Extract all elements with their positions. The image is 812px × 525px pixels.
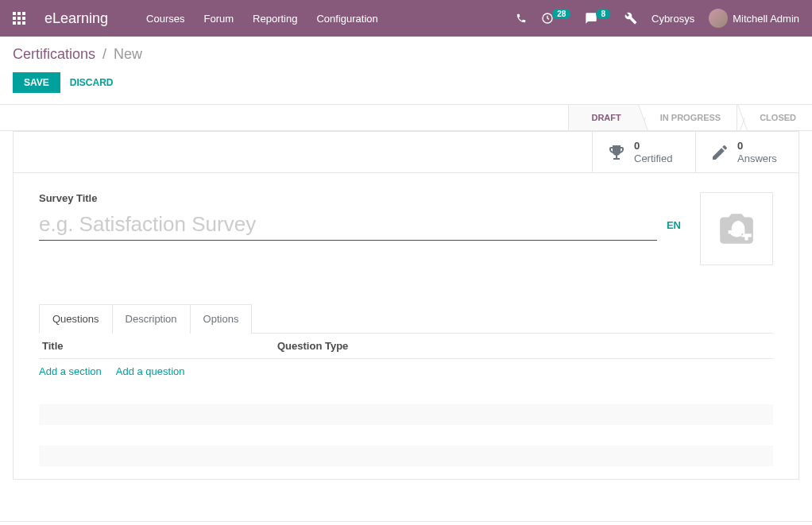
table-actions: Add a section Add a question: [39, 359, 773, 384]
app-brand[interactable]: eLearning: [44, 10, 108, 27]
chat-badge: 8: [596, 9, 610, 19]
trophy-icon: [607, 143, 626, 162]
apps-icon[interactable]: [13, 12, 25, 25]
add-section-link[interactable]: Add a section: [39, 365, 102, 377]
stat-certified[interactable]: 0 Certified: [592, 132, 695, 172]
edit-icon: [710, 143, 729, 162]
activity-icon[interactable]: 28: [541, 12, 570, 25]
stat-answers-label: Answers: [737, 152, 777, 165]
breadcrumb-parent[interactable]: Certifications: [13, 46, 95, 62]
topbar: eLearning Courses Forum Reporting Config…: [0, 0, 812, 37]
chat-icon[interactable]: 8: [585, 12, 610, 25]
action-buttons: SAVE DISCARD: [0, 66, 812, 104]
main-nav: Courses Forum Reporting Configuration: [146, 13, 378, 25]
content-scroll[interactable]: 0 Certified 0 Answers Survey Title EN: [0, 131, 812, 521]
stat-certified-label: Certified: [634, 152, 672, 165]
col-title: Title: [39, 340, 277, 352]
camera-plus-icon: [713, 209, 760, 249]
tab-description[interactable]: Description: [113, 304, 191, 334]
tabs: Questions Description Options: [39, 303, 773, 333]
chatter: Send message Log note Schedule activity …: [0, 521, 812, 525]
stat-answers[interactable]: 0 Answers: [695, 132, 798, 172]
status-in-progress[interactable]: IN PROGRESS: [637, 105, 737, 130]
breadcrumb-current: New: [114, 46, 142, 62]
topbar-right: 28 8 Cybrosys Mitchell Admin: [516, 9, 799, 28]
company-switcher[interactable]: Cybrosys: [652, 13, 694, 25]
status-draft[interactable]: DRAFT: [568, 105, 636, 130]
discard-button[interactable]: DISCARD: [67, 72, 117, 93]
stat-buttons: 0 Certified 0 Answers: [14, 132, 798, 173]
status-bar: DRAFT IN PROGRESS CLOSED: [0, 104, 812, 131]
image-uploader[interactable]: [700, 192, 773, 265]
breadcrumb: Certifications / New: [13, 46, 799, 63]
tab-questions[interactable]: Questions: [39, 304, 113, 334]
stat-certified-count: 0: [634, 140, 672, 152]
user-menu[interactable]: Mitchell Admin: [709, 9, 799, 28]
add-question-link[interactable]: Add a question: [116, 365, 185, 377]
table-header: Title Question Type: [39, 334, 773, 359]
tabs-area: Questions Description Options Title Ques…: [14, 284, 798, 479]
table-empty-rows: [39, 384, 773, 479]
stat-answers-count: 0: [737, 140, 777, 152]
user-name: Mitchell Admin: [733, 13, 799, 25]
save-button[interactable]: SAVE: [13, 72, 60, 93]
status-closed[interactable]: CLOSED: [737, 105, 812, 130]
tab-content: Title Question Type Add a section Add a …: [39, 333, 773, 479]
nav-reporting[interactable]: Reporting: [253, 13, 297, 25]
debug-icon[interactable]: [624, 12, 637, 25]
survey-title-input[interactable]: [39, 209, 657, 241]
sheet-body: Survey Title EN: [14, 173, 798, 284]
form-sheet: 0 Certified 0 Answers Survey Title EN: [13, 131, 799, 480]
nav-forum[interactable]: Forum: [204, 13, 234, 25]
lang-badge[interactable]: EN: [667, 219, 681, 231]
nav-configuration[interactable]: Configuration: [316, 13, 377, 25]
nav-courses[interactable]: Courses: [146, 13, 184, 25]
col-question-type: Question Type: [277, 340, 773, 352]
tab-options[interactable]: Options: [191, 304, 253, 334]
survey-title-label: Survey Title: [39, 192, 681, 204]
breadcrumb-bar: Certifications / New: [0, 37, 812, 66]
phone-icon[interactable]: [516, 13, 527, 24]
activity-badge: 28: [552, 9, 570, 19]
avatar: [709, 9, 728, 28]
